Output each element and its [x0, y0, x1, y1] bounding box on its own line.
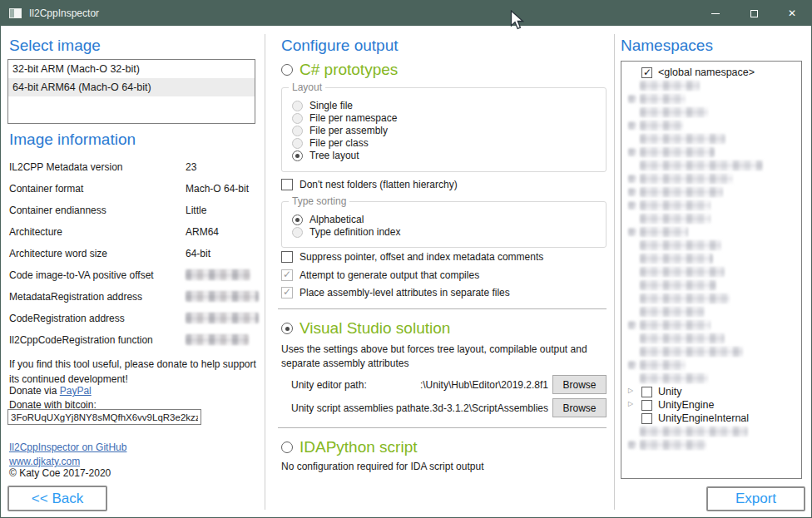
redacted-namespace: [640, 200, 710, 210]
layout-radio: [292, 101, 303, 111]
output-option[interactable]: Suppress pointer, offset and index metad…: [281, 251, 543, 263]
namespace-row[interactable]: UnityEngineInternal: [621, 412, 801, 425]
csharp-prototypes-radio[interactable]: [281, 64, 293, 76]
info-row: IL2CPP Metadata version23: [9, 155, 259, 177]
namespace-row-redacted: [621, 239, 801, 252]
type-sorting-radio[interactable]: [292, 215, 303, 225]
namespace-row[interactable]: <global namespace>: [621, 66, 801, 79]
redacted-value: [186, 291, 259, 302]
info-label: Architecture word size: [9, 248, 107, 259]
redacted-value: [186, 313, 259, 323]
back-button[interactable]: << Back: [7, 486, 107, 511]
namespace-label: UnityEngineInternal: [658, 412, 749, 424]
namespace-checkbox[interactable]: [641, 67, 652, 78]
column-separator-left: [265, 34, 265, 510]
redacted-namespace: [640, 81, 700, 91]
expander-icon[interactable]: ▷: [628, 400, 633, 407]
layout-option[interactable]: Tree layout: [292, 150, 359, 161]
image-information-table: IL2CPP Metadata version23Container forma…: [9, 155, 259, 350]
app-icon: [9, 8, 22, 18]
namespace-row-redacted: [621, 372, 801, 385]
redacted-expander: [628, 441, 636, 449]
info-row: Container formatMach-O 64-bit: [9, 177, 259, 199]
column-separator-right: [614, 34, 615, 510]
close-button[interactable]: ✕: [773, 1, 811, 26]
flatten-hierarchy-checkbox[interactable]: [281, 179, 293, 190]
unity-editor-path-value[interactable]: :\Unity\Hub\Editor\2019.2.8f1: [408, 379, 548, 391]
visual-studio-radio[interactable]: [281, 323, 293, 334]
export-button[interactable]: Export: [706, 486, 805, 511]
app-window: Il2CppInspector ✕ Select image 32-bit AR…: [0, 0, 812, 518]
info-row: ArchitectureARM64: [9, 220, 259, 242]
image-list-item[interactable]: 32-bit ARM (Mach-O 32-bit): [8, 60, 255, 78]
layout-groupbox: Layout Single fileFile per namespaceFile…: [281, 87, 607, 172]
namespace-row-redacted: [621, 279, 801, 292]
donate-via-line: Donate via PayPal: [9, 384, 92, 399]
info-label: Container endianness: [9, 205, 106, 216]
namespace-row-redacted: [621, 252, 801, 265]
namespace-row-redacted: [621, 185, 801, 199]
flatten-hierarchy-option[interactable]: Don't nest folders (flatten hierarchy): [281, 179, 458, 190]
namespace-checkbox[interactable]: [641, 413, 652, 424]
namespace-row[interactable]: ▷Unity: [621, 385, 801, 398]
bitcoin-address-input[interactable]: [7, 409, 201, 425]
expander-icon[interactable]: ▷: [628, 387, 633, 394]
info-label: Container format: [9, 183, 83, 195]
info-row: CodeRegistration address: [9, 307, 259, 328]
minimize-button[interactable]: [696, 1, 735, 26]
layout-label: File per assembly: [309, 125, 388, 136]
type-sorting-option[interactable]: Alphabetical: [292, 214, 364, 225]
type-sorting-radio: [292, 227, 303, 238]
namespaces-heading: Namespaces: [621, 37, 713, 55]
redacted-namespace: [640, 147, 715, 157]
namespaces-listbox[interactable]: <global namespace>▷Unity▷UnityEngineUnit…: [621, 61, 802, 479]
info-row: Container endiannessLittle: [9, 199, 259, 220]
title-bar: Il2CppInspector ✕: [1, 1, 811, 26]
redacted-namespace: [640, 94, 686, 104]
redacted-value: [186, 334, 249, 345]
namespace-checkbox[interactable]: [641, 387, 652, 397]
redacted-namespace: [640, 294, 730, 303]
idapython-option[interactable]: IDAPython script: [281, 438, 418, 456]
redacted-expander: [628, 228, 636, 236]
paypal-link[interactable]: PayPal: [60, 385, 92, 397]
namespace-checkbox[interactable]: [641, 400, 652, 411]
github-link[interactable]: Il2CppInspector on GitHub: [9, 442, 126, 453]
maximize-button[interactable]: [735, 1, 773, 26]
website-link[interactable]: www.djkaty.com: [9, 456, 80, 467]
output-option: Place assembly-level attributes in separ…: [281, 287, 510, 298]
info-value: Mach-O 64-bit: [186, 183, 249, 195]
redacted-namespace: [640, 280, 716, 290]
namespace-row-redacted: [621, 199, 801, 212]
redacted-expander: [628, 201, 636, 210]
info-label: IL2CPP Metadata version: [9, 161, 123, 173]
output-option-checkbox[interactable]: [281, 251, 293, 263]
info-row: Architecture word size64-bit: [9, 242, 259, 264]
idapython-description: No configuration required for IDA script…: [281, 460, 483, 475]
layout-label: Single file: [309, 100, 353, 111]
unity-script-browse-button[interactable]: Browse: [552, 398, 607, 417]
unity-script-path-value[interactable]: ate.3d-3.1.2\ScriptAssemblies: [408, 402, 548, 414]
redacted-expander: [628, 175, 636, 183]
csharp-prototypes-option[interactable]: C# prototypes: [281, 61, 398, 79]
visual-studio-option[interactable]: Visual Studio solution: [281, 319, 450, 338]
image-list-item[interactable]: 64-bit ARM64 (Mach-O 64-bit): [8, 78, 255, 96]
namespace-row[interactable]: ▷UnityEngine: [621, 398, 801, 412]
unity-editor-browse-button[interactable]: Browse: [552, 375, 607, 394]
redacted-namespace: [640, 347, 743, 357]
layout-radio[interactable]: [292, 150, 303, 161]
redacted-namespace: [640, 307, 705, 317]
redacted-namespace: [640, 320, 710, 330]
output-option-label: Suppress pointer, offset and index metad…: [300, 251, 543, 263]
redacted-expander: [628, 95, 636, 103]
namespace-row-redacted: [621, 132, 801, 146]
layout-label: Tree layout: [309, 150, 359, 161]
namespace-row-redacted: [621, 292, 801, 305]
redacted-namespace: [640, 240, 721, 250]
redacted-namespace: [640, 107, 708, 117]
redacted-namespace: [640, 254, 713, 264]
select-image-listbox[interactable]: 32-bit ARM (Mach-O 32-bit)64-bit ARM64 (…: [7, 59, 255, 124]
info-value: 64-bit: [186, 248, 210, 259]
idapython-radio[interactable]: [281, 442, 293, 453]
info-label: MetadataRegistration address: [9, 291, 142, 303]
